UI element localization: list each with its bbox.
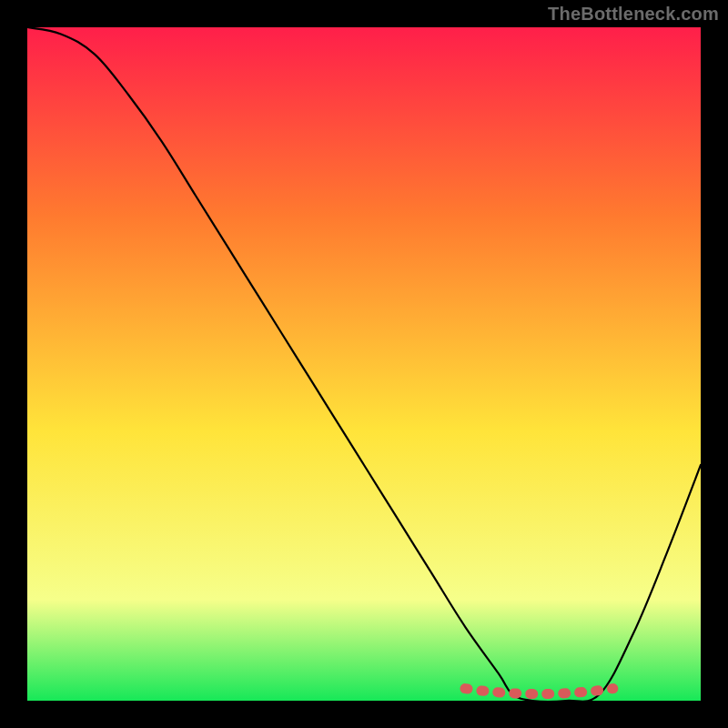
chart-frame: TheBottleneck.com — [0, 0, 728, 728]
gradient-background — [27, 27, 701, 701]
chart-svg — [27, 27, 701, 701]
plot-area — [27, 27, 701, 701]
watermark-text: TheBottleneck.com — [548, 4, 719, 25]
